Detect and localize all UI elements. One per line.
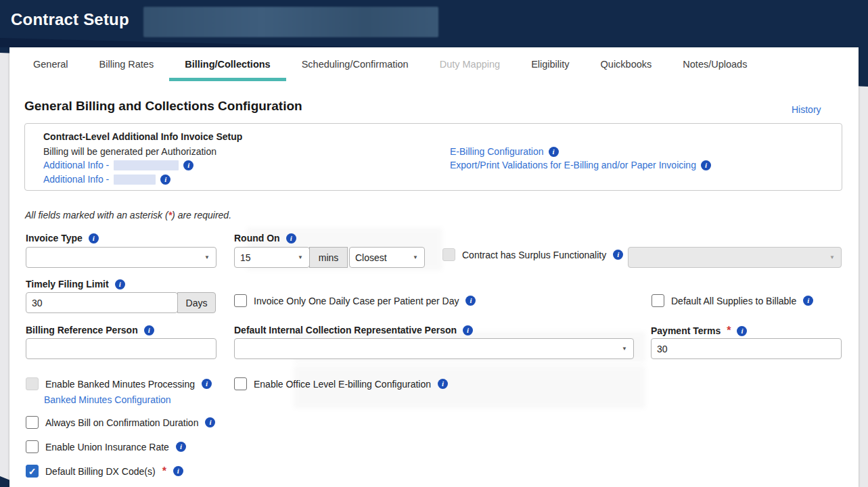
info-icon[interactable]: i xyxy=(205,417,215,427)
chevron-down-icon: ▼ xyxy=(622,346,627,352)
dx-codes-label[interactable]: Default Billing DX Code(s) xyxy=(45,466,156,477)
info-icon[interactable]: i xyxy=(89,233,99,244)
timely-filing-label: Timely Filing Limit xyxy=(26,279,109,289)
billing-ref-label: Billing Reference Person xyxy=(26,325,138,335)
default-supplies-label[interactable]: Default All Supplies to Billable xyxy=(671,296,796,306)
mins-unit-label: mins xyxy=(309,247,348,268)
info-icon[interactable]: i xyxy=(701,160,711,170)
union-rate-row: Enable Union Insurance Rate i xyxy=(26,440,186,453)
info-icon[interactable]: i xyxy=(144,325,154,335)
contract-level-info-box: Contract-Level Additional Info Invoice S… xyxy=(24,123,842,191)
info-icon[interactable]: i xyxy=(160,175,170,185)
app-window: Contract Setup General Billing Rates Bil… xyxy=(0,0,868,487)
default-supplies-checkbox[interactable] xyxy=(652,294,664,307)
required-fields-note: All fields marked with an asterisk (*) a… xyxy=(25,210,231,221)
office-ebilling-label[interactable]: Enable Office Level E-billing Configurat… xyxy=(254,379,431,390)
dx-codes-checkbox[interactable]: ✓ xyxy=(26,465,39,478)
tab-notes-uploads[interactable]: Notes/Uploads xyxy=(667,47,762,81)
app-header: Contract Setup xyxy=(0,0,868,47)
surplus-functionality-row: Contract has Surplus Functionality i xyxy=(442,248,623,261)
info-icon[interactable]: i xyxy=(737,326,747,336)
round-mode-value: Closest xyxy=(355,252,387,263)
tab-billing-collections[interactable]: Billing/Collections xyxy=(169,47,285,81)
invoice-type-label: Invoice Type xyxy=(26,233,83,244)
invoice-type-select[interactable]: ▼ xyxy=(26,247,216,268)
tab-scheduling-confirmation[interactable]: Scheduling/Confirmation xyxy=(286,47,424,81)
banked-minutes-checkbox xyxy=(26,377,39,390)
payment-terms-label: Payment Terms xyxy=(651,325,721,336)
round-on-value: 15 xyxy=(240,252,251,263)
info-icon[interactable]: i xyxy=(438,379,448,389)
timely-filing-input[interactable] xyxy=(26,292,178,313)
days-unit-label: Days xyxy=(177,292,216,313)
always-bill-label[interactable]: Always Bill on Confirmation Duration xyxy=(45,417,198,428)
round-mode-select[interactable]: Closest ▼ xyxy=(349,247,425,268)
redacted-header-text xyxy=(143,7,438,37)
info-icon[interactable]: i xyxy=(613,250,623,260)
info-icon[interactable]: i xyxy=(202,379,212,389)
history-link[interactable]: History xyxy=(792,104,821,115)
banked-minutes-configuration-link[interactable]: Banked Minutes Configuration xyxy=(44,394,171,405)
round-on-minutes-select[interactable]: 15 ▼ xyxy=(234,247,310,268)
ebilling-configuration-link[interactable]: E-Billing Configuration xyxy=(450,146,544,157)
redacted-text xyxy=(114,160,179,170)
info-icon[interactable]: i xyxy=(465,296,476,306)
days-text: Days xyxy=(186,298,208,308)
collection-rep-select[interactable]: ▼ xyxy=(234,338,634,359)
office-ebilling-row: Enable Office Level E-billing Configurat… xyxy=(234,377,448,390)
additional-info-row-2: Additional Info - i xyxy=(43,174,170,185)
info-icon[interactable]: i xyxy=(463,325,473,335)
export-print-validations-link[interactable]: Export/Print Validations for E-Billing a… xyxy=(450,160,696,170)
page-title: General Billing and Collections Configur… xyxy=(24,99,302,114)
invoice-type-label-row: Invoice Type i xyxy=(26,233,99,244)
invoice-one-daily-label[interactable]: Invoice Only One Daily Case per Patient … xyxy=(254,296,459,306)
surplus-functionality-label: Contract has Surplus Functionality xyxy=(462,250,606,260)
required-note-post: ) are required. xyxy=(172,210,231,221)
union-rate-label[interactable]: Enable Union Insurance Rate xyxy=(45,442,169,453)
redacted-text xyxy=(114,175,156,185)
surplus-functionality-checkbox xyxy=(442,248,455,261)
tab-quickbooks[interactable]: Quickbooks xyxy=(585,47,668,81)
info-icon[interactable]: i xyxy=(803,296,813,306)
export-print-validations-row: Export/Print Validations for E-Billing a… xyxy=(450,160,711,170)
content-panel: General Billing Rates Billing/Collection… xyxy=(9,47,859,487)
invoice-one-daily-checkbox[interactable] xyxy=(234,294,247,307)
info-icon[interactable]: i xyxy=(115,279,125,289)
collection-rep-label: Default Internal Collection Representati… xyxy=(234,325,457,335)
info-icon[interactable]: i xyxy=(173,466,183,476)
ebilling-config-row: E-Billing Configuration i xyxy=(450,146,559,157)
banked-minutes-row: Enable Banked Minutes Processing i xyxy=(26,377,212,390)
tab-general[interactable]: General xyxy=(18,47,84,81)
dx-codes-row: ✓ Default Billing DX Code(s) * i xyxy=(26,465,183,478)
required-asterisk: * xyxy=(162,465,166,478)
union-rate-checkbox[interactable] xyxy=(26,440,39,453)
tab-billing-rates[interactable]: Billing Rates xyxy=(84,47,170,81)
round-on-label-row: Round On i xyxy=(234,233,296,244)
billing-ref-label-row: Billing Reference Person i xyxy=(26,325,154,335)
info-icon[interactable]: i xyxy=(286,233,296,244)
always-bill-row: Always Bill on Confirmation Duration i xyxy=(26,416,215,429)
office-ebilling-checkbox[interactable] xyxy=(234,377,247,390)
billing-generated-note: Billing will be generated per Authorizat… xyxy=(43,146,216,157)
timely-filing-label-row: Timely Filing Limit i xyxy=(26,279,125,289)
billing-ref-input[interactable] xyxy=(26,338,216,359)
required-asterisk: * xyxy=(727,325,731,337)
always-bill-checkbox[interactable] xyxy=(26,416,39,429)
round-on-label: Round On xyxy=(234,233,280,244)
chevron-down-icon: ▼ xyxy=(829,254,835,260)
banked-minutes-label: Enable Banked Minutes Processing xyxy=(45,379,195,390)
chevron-down-icon: ▼ xyxy=(413,254,418,260)
tab-bar: General Billing Rates Billing/Collection… xyxy=(9,47,859,81)
additional-info-link-1[interactable]: Additional Info - xyxy=(43,160,109,170)
payment-terms-input[interactable] xyxy=(651,338,842,359)
collection-rep-label-row: Default Internal Collection Representati… xyxy=(234,325,473,335)
additional-info-link-2[interactable]: Additional Info - xyxy=(43,174,109,185)
chevron-down-icon: ▼ xyxy=(204,254,210,260)
info-icon[interactable]: i xyxy=(183,160,193,170)
check-icon: ✓ xyxy=(28,467,37,476)
default-supplies-row: Default All Supplies to Billable i xyxy=(652,294,813,307)
info-icon[interactable]: i xyxy=(549,147,559,157)
info-icon[interactable]: i xyxy=(176,442,186,452)
required-note-pre: All fields marked with an asterisk ( xyxy=(25,210,168,221)
tab-eligibility[interactable]: Eligibility xyxy=(516,47,585,81)
